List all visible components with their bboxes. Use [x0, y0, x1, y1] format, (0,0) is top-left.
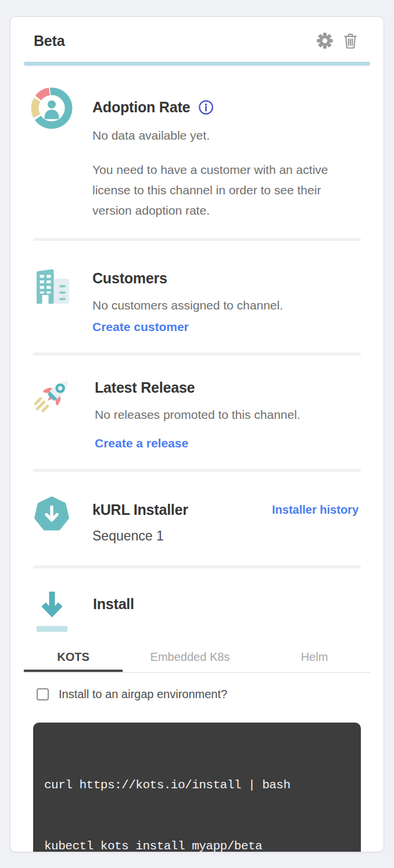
installer-history-link[interactable]: Installer history [272, 503, 359, 517]
latest-release-title: Latest Release [95, 378, 370, 397]
create-release-link[interactable]: Create a release [95, 436, 188, 450]
install-section: Install KOTS Embedded K8s Helm Install t… [24, 589, 370, 852]
installer-sequence: Sequence 1 [92, 526, 370, 546]
latest-release-section: Latest Release No releases promoted to t… [24, 373, 370, 450]
release-empty-text: No releases promoted to this channel. [95, 405, 370, 425]
install-title: Install [93, 595, 370, 613]
download-arrow-icon [31, 589, 73, 635]
channel-color-bar [24, 62, 370, 66]
adoption-rate-title: Adoption Rate [92, 98, 190, 116]
airgap-checkbox[interactable] [37, 688, 49, 700]
customers-title: Customers [92, 269, 370, 287]
channel-card: Beta [10, 16, 384, 852]
tab-helm[interactable]: Helm [257, 649, 371, 672]
section-divider [33, 469, 361, 472]
header-actions [317, 33, 358, 49]
info-icon[interactable] [198, 99, 214, 115]
section-divider [33, 353, 361, 355]
rocket-icon [31, 373, 75, 450]
customers-empty-text: No customers assigned to channel. [92, 296, 370, 315]
kurl-installer-title: kURL Installer [92, 500, 188, 519]
tab-embedded-k8s[interactable]: Embedded K8s [123, 649, 257, 672]
command-line-2: kubectl kots install myapp/beta [44, 836, 350, 852]
section-divider [33, 565, 361, 568]
install-command-block: curl https://kots.io/install | bash kube… [33, 723, 361, 852]
airgap-option: Install to an airgap environment? [24, 687, 370, 701]
customers-section: Customers No customers assigned to chann… [24, 265, 370, 334]
channel-title: Beta [34, 32, 65, 49]
adoption-rate-section: Adoption Rate No data available yet. You… [24, 87, 370, 220]
buildings-icon [31, 265, 73, 334]
adoption-hint-text: You need to have a customer with an acti… [92, 159, 329, 220]
command-line-1: curl https://kots.io/install | bash [44, 775, 350, 795]
tab-kots[interactable]: KOTS [24, 649, 123, 672]
trash-icon[interactable] [343, 33, 358, 49]
heptagon-download-icon [31, 493, 73, 546]
install-tabs: KOTS Embedded K8s Helm [24, 649, 370, 673]
kurl-installer-section: kURL Installer Installer history Sequenc… [24, 493, 370, 546]
airgap-label: Install to an airgap environment? [59, 687, 227, 701]
section-divider [33, 238, 361, 241]
settings-icon[interactable] [317, 33, 333, 49]
create-customer-link[interactable]: Create customer [92, 320, 189, 334]
card-header: Beta [24, 17, 370, 49]
adoption-empty-text: No data available yet. [92, 126, 370, 145]
adoption-donut-user-icon [31, 87, 73, 220]
